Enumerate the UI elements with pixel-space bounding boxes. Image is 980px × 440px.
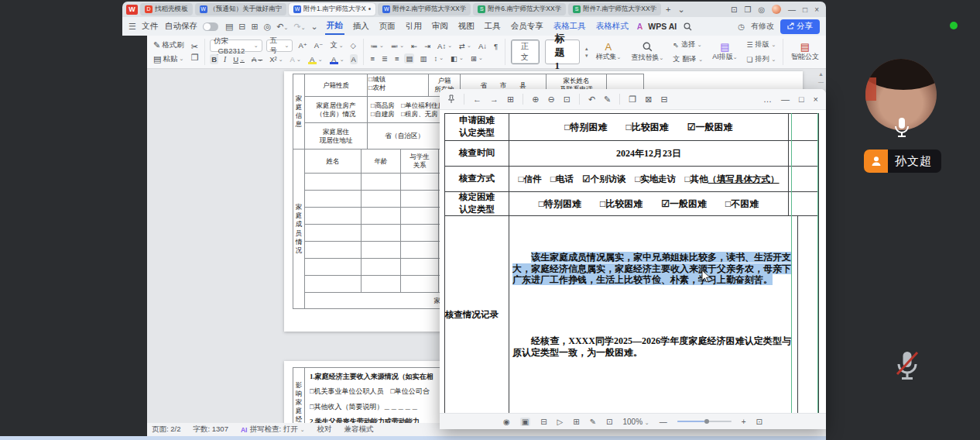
muted-mic-icon[interactable] — [893, 349, 921, 384]
annotate-icon[interactable]: ✎ — [590, 418, 596, 426]
assistant-icon[interactable]: ⊡ — [731, 5, 737, 14]
increase-indent-button[interactable]: ⇥ — [423, 41, 432, 51]
cut-icon[interactable]: ✂ — [191, 43, 199, 51]
menu-page[interactable]: 页面 — [378, 19, 397, 34]
select-button[interactable]: ⇖选择⌄ — [671, 39, 704, 50]
page-view-icon[interactable]: ▣ — [520, 418, 530, 426]
export-icon[interactable]: ⊟ — [238, 22, 245, 32]
doc-tab-docer[interactable]: D 找稻壳模板 — [140, 3, 193, 15]
doc-tab-notice[interactable]: W （预通知）关于做好南宁 — [195, 3, 287, 15]
fullscreen-icon[interactable]: ⊡ — [756, 418, 762, 426]
tab-list-chevron-icon[interactable]: ⌄ — [676, 5, 687, 15]
font-name-select[interactable]: 仿宋_GB2312⌄ — [210, 40, 262, 52]
search-icon[interactable] — [684, 22, 692, 31]
save-as-icon[interactable]: ⊟ — [660, 95, 667, 105]
style-normal[interactable]: 正文 — [511, 40, 540, 64]
quickbar-chevron-icon[interactable]: ⌄ — [311, 22, 318, 32]
arrange-button[interactable]: ❏排列⌄ — [745, 53, 778, 65]
menu-view[interactable]: 视图 — [457, 19, 476, 34]
account-avatar[interactable] — [772, 5, 781, 14]
spellcheck-toggle[interactable]: 拼写检查: 打开 — [249, 425, 297, 435]
zoom-slider[interactable] — [677, 421, 732, 422]
distribute-button[interactable]: ▥ — [418, 53, 428, 64]
print-icon[interactable]: ⊞ — [252, 22, 259, 32]
rotate-icon[interactable]: ↶ — [588, 95, 595, 105]
find-replace-button[interactable]: 查找替换⌄ — [629, 42, 666, 63]
menu-member[interactable]: 会员专享 — [509, 19, 545, 34]
decrease-indent-button[interactable]: ⇤ — [409, 41, 419, 51]
ai-layout-button[interactable]: ▤ AI排版⌄ — [710, 43, 739, 62]
paste-button[interactable]: ▤ 粘贴⌄ — [152, 53, 186, 65]
text-direction-button[interactable]: A↕⌄ — [436, 41, 454, 51]
show-marks-button[interactable]: ¶ — [492, 41, 499, 51]
char-effect-button[interactable]: A⌄ — [289, 54, 303, 64]
grow-font-button[interactable]: A⁺ — [296, 40, 308, 50]
style-set-button[interactable]: A 样式集⌄ — [594, 43, 624, 62]
highlight-color-button[interactable]: A⌄ — [307, 54, 324, 65]
menu-insert[interactable]: 插入 — [351, 19, 371, 34]
viewer-document[interactable]: 申请困难 认定类型 □特别困难 □比较困难 ☑一般困难 核查时间 2024年12… — [440, 110, 826, 413]
proofread-button[interactable]: 校对 — [317, 425, 332, 435]
windows-stack-icon[interactable]: ❐ — [744, 5, 751, 14]
viewer-minimize-button[interactable]: — — [781, 95, 790, 104]
autosave-toggle[interactable] — [203, 22, 218, 31]
doc-tab-attachment7[interactable]: S 附件7.南宁师范大学XX学 — [568, 3, 661, 15]
layout-button[interactable]: ☰排版⌄ — [745, 39, 778, 50]
menu-tools[interactable]: 工具 — [483, 19, 502, 34]
font-color-button[interactable]: A⌄ — [328, 54, 346, 65]
read-mode-icon[interactable]: ▷ — [557, 418, 564, 426]
doc-tab-attachment6[interactable]: S 附件6.南宁师范大学XX学 — [473, 3, 566, 15]
eye-icon[interactable]: ◉ — [503, 418, 510, 426]
sort-button[interactable]: A↓ — [477, 41, 488, 51]
menu-reference[interactable]: 引用 — [404, 19, 423, 34]
zoom-out-icon[interactable]: ⊖ — [547, 95, 554, 105]
back-icon[interactable]: ← — [473, 95, 481, 104]
italic-button[interactable]: I — [222, 55, 228, 64]
bullet-list-button[interactable]: ≔⌄ — [368, 41, 385, 51]
extract-icon[interactable]: ❐ — [629, 95, 636, 105]
wps-ai-menu[interactable]: WPS AI — [648, 22, 677, 31]
globe-icon[interactable]: ◎ — [758, 5, 765, 14]
translate-button[interactable]: 文翻译⌄ — [671, 53, 704, 65]
fit-width-icon[interactable]: ⊡ — [564, 95, 571, 105]
close-button[interactable]: × — [814, 5, 819, 14]
doc-scrollbar[interactable]: ▲— — [817, 70, 824, 89]
file-menu[interactable]: 文件 — [142, 21, 158, 32]
phonetic-guide-button[interactable]: 文⌄ — [328, 40, 344, 51]
char-scale-button[interactable]: ⇄⌄ — [457, 41, 473, 51]
superscript-button[interactable]: X²⌄ — [268, 54, 284, 64]
save-icon[interactable]: ▤ — [225, 22, 233, 32]
menu-review[interactable]: 审阅 — [430, 19, 450, 34]
print-preview-icon[interactable]: ◎ — [264, 22, 272, 32]
line-spacing-button[interactable]: ↕⌄ — [432, 53, 445, 64]
fit-page-icon[interactable]: ⊡ — [606, 418, 612, 426]
justify-button[interactable]: ▤ — [404, 53, 414, 64]
shrink-font-button[interactable]: A⁻ — [313, 40, 324, 50]
ocr-icon[interactable]: ⊠ — [645, 95, 652, 105]
doc-tab-attachment2[interactable]: W 附件2.南宁师范大学XX学 — [378, 3, 471, 15]
zoom-level[interactable]: 100% ⌄ — [622, 418, 649, 426]
thumbnails-icon[interactable]: ⊞ — [507, 95, 514, 105]
format-painter-button[interactable]: ✎ 格式刷 — [152, 40, 186, 51]
doc-tab-attachment1-active[interactable]: W 附件1.南宁师范大学X • — [289, 3, 375, 15]
strikethrough-button[interactable]: A⌄ — [250, 54, 264, 64]
share-button[interactable]: 分享 — [780, 19, 820, 34]
copy-icon[interactable]: ❐ — [191, 53, 199, 62]
outline-view-icon[interactable]: ⊟ — [540, 418, 547, 426]
redo-button[interactable]: ↷⌄ — [293, 22, 305, 32]
char-shading-button[interactable]: A — [350, 54, 358, 64]
viewer-close-button[interactable]: × — [814, 95, 818, 104]
hamburger-icon[interactable]: ☰ — [128, 22, 136, 32]
minimize-button[interactable]: — — [788, 5, 796, 14]
clear-format-button[interactable]: ◇ — [349, 40, 358, 50]
style-heading1[interactable]: 标题 1 — [545, 40, 580, 64]
font-size-select[interactable]: 五号⌄ — [266, 40, 293, 52]
smart-doc-button[interactable]: ▤ 智能公文 — [789, 43, 821, 62]
bold-button[interactable]: B — [210, 54, 218, 64]
pin-icon[interactable] — [447, 95, 455, 104]
align-left-button[interactable]: ≡ — [368, 53, 376, 64]
underline-button[interactable]: U⌄ — [231, 54, 246, 64]
shading-button[interactable]: ◧⌄ — [449, 53, 465, 64]
align-center-button[interactable]: ≣ — [380, 53, 389, 64]
restore-button[interactable]: □ — [803, 5, 807, 14]
